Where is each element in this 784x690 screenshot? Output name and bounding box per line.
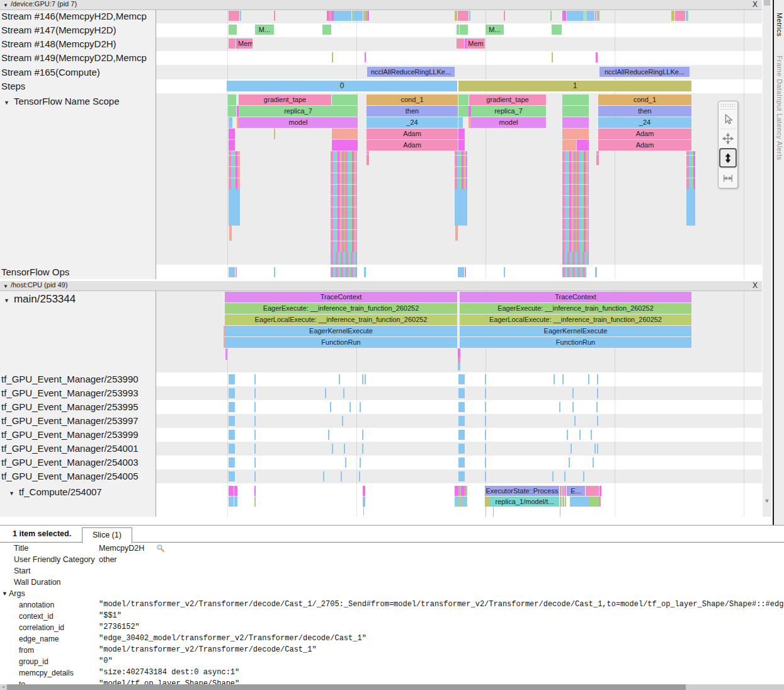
trace-event[interactable] [504,267,505,277]
trace-event[interactable] [354,11,363,21]
trace-event[interactable] [584,11,586,21]
trace-event[interactable] [229,25,237,35]
trace-event[interactable] [323,471,324,481]
trace-event[interactable]: Mem [467,38,485,49]
trace-event[interactable] [596,402,598,412]
trace-event[interactable] [562,106,589,117]
trace-event[interactable] [588,374,589,384]
trace-event[interactable]: _24 [598,117,691,128]
trace-event[interactable] [229,38,236,49]
trace-event[interactable] [579,430,581,440]
trace-event[interactable]: TraceContext [460,292,691,302]
trace-event[interactable] [458,357,460,362]
trace-event[interactable] [572,388,574,398]
side-tab-alerts[interactable]: Alerts [776,141,783,161]
trace-event[interactable] [332,444,333,454]
trace-event[interactable] [465,267,466,277]
trace-event[interactable] [596,151,599,165]
trace-event[interactable] [485,402,486,412]
selection-tool-button[interactable] [720,109,736,128]
trace-event[interactable] [458,362,460,371]
trace-event[interactable] [240,11,241,21]
trace-event[interactable] [485,388,486,398]
trace-event[interactable] [565,497,566,507]
trace-event[interactable]: ncclAllReduceRingLLKe... [367,67,455,77]
trace-event[interactable] [593,457,594,468]
trace-event[interactable] [236,267,237,277]
side-tab-metrics[interactable]: Metrics [776,13,783,37]
trace-event[interactable] [229,430,235,440]
trace-event[interactable] [460,25,468,35]
vertical-scrollbar[interactable]: ▼ [763,0,771,517]
trace-event[interactable] [560,486,562,496]
trace-event[interactable] [560,507,560,517]
trace-event[interactable] [229,11,239,21]
trace-event[interactable] [455,486,467,496]
trace-event[interactable] [458,388,465,398]
trace-event[interactable] [458,471,465,481]
side-tab-input-latency[interactable]: Input Latency [776,95,783,139]
trace-event[interactable] [254,497,256,507]
trace-event[interactable] [552,52,553,62]
trace-event[interactable] [458,416,465,426]
trace-event[interactable]: cond_1 [598,95,691,105]
trace-event[interactable] [458,129,465,139]
trace-event[interactable] [671,11,674,21]
track-label[interactable]: ▼TensorFlow Name Scope [0,93,156,110]
trace-event[interactable] [562,486,564,496]
trace-event[interactable] [458,430,465,440]
trace-event[interactable] [228,106,236,117]
trace-event[interactable]: FunctionRun [460,337,691,348]
trace-event[interactable] [254,416,256,426]
zoom-tool-button[interactable] [719,148,737,168]
trace-event[interactable] [365,374,366,384]
trace-event[interactable] [583,471,584,481]
trace-event[interactable] [567,430,568,440]
collapse-icon[interactable]: ▼ [4,95,9,110]
trace-event[interactable] [569,457,570,468]
trace-event[interactable] [599,497,601,507]
trace-event[interactable] [458,348,460,357]
trace-event[interactable] [687,11,688,21]
trace-event[interactable] [331,267,357,277]
trace-event[interactable] [455,151,467,189]
magnifier-icon[interactable] [156,544,165,555]
trace-event[interactable] [225,348,227,360]
trace-event[interactable] [229,497,234,507]
trace-event[interactable] [229,416,235,426]
trace-event[interactable]: ExecutorState::Process [485,486,559,496]
trace-event[interactable] [485,457,486,468]
trace-event[interactable]: gradient_tape [239,95,331,105]
trace-event[interactable] [362,374,363,384]
trace-event[interactable] [343,388,344,398]
trace-event[interactable] [229,457,235,468]
trace-event[interactable] [254,430,256,440]
timeline-canvas[interactable]: ▼/device:GPU:7 (pid 7) X ▼/host:CPU (pid… [0,0,762,525]
trace-event[interactable] [458,106,469,117]
trace-event[interactable] [274,267,275,277]
trace-event[interactable] [334,11,351,21]
trace-event[interactable] [328,430,329,440]
trace-event[interactable] [322,25,331,35]
trace-event[interactable] [342,416,343,426]
close-icon[interactable]: X [753,0,758,9]
trace-event[interactable]: M... [255,25,274,35]
trace-event[interactable] [229,129,235,139]
trace-event[interactable]: EagerLocalExecute: __inference_train_fun… [225,314,457,325]
trace-event[interactable] [229,267,235,277]
track-label[interactable]: ▼tf_Compute/254007 [0,485,156,500]
trace-event[interactable] [493,507,494,517]
trace-event[interactable] [457,25,459,35]
trace-event[interactable] [368,11,369,21]
timing-tool-button[interactable] [720,168,736,187]
trace-event[interactable] [559,402,560,412]
trace-event[interactable] [228,95,236,105]
trace-event[interactable] [571,444,572,454]
trace-event[interactable]: EagerKernelExecute [460,326,691,336]
trace-event[interactable] [455,497,467,507]
trace-event[interactable] [458,444,465,454]
trace-event[interactable] [365,52,366,62]
collapse-icon[interactable]: ▼ [4,292,9,308]
trace-event[interactable]: then [366,106,458,117]
trace-event[interactable] [597,444,598,454]
